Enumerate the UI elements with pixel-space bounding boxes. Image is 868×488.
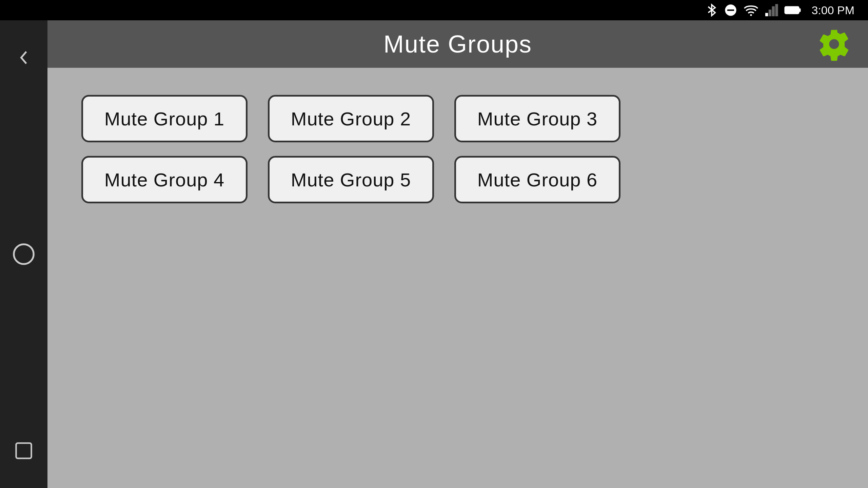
svg-point-2 <box>750 14 752 16</box>
recents-icon[interactable] <box>14 441 34 461</box>
top-bar: Mute Groups <box>47 20 868 68</box>
status-time: 3:00 PM <box>811 4 854 17</box>
mute-group-4-button[interactable]: Mute Group 4 <box>81 156 248 203</box>
svg-rect-5 <box>772 6 775 16</box>
back-icon[interactable] <box>14 47 34 68</box>
svg-rect-7 <box>785 7 799 14</box>
svg-rect-3 <box>765 13 768 16</box>
mute-group-3-button[interactable]: Mute Group 3 <box>454 95 620 142</box>
content-area: Mute Group 1 Mute Group 2 Mute Group 3 M… <box>47 68 868 488</box>
status-icons: 3:00 PM <box>706 3 854 18</box>
page-title: Mute Groups <box>383 30 532 58</box>
status-bar: 3:00 PM <box>0 0 868 20</box>
mute-group-5-button[interactable]: Mute Group 5 <box>268 156 434 203</box>
mute-group-1-button[interactable]: Mute Group 1 <box>81 95 248 142</box>
svg-rect-4 <box>769 9 771 16</box>
nav-bar <box>0 20 47 488</box>
main-area: Mute Groups Mute Group 1 Mute Group 2 Mu… <box>47 20 868 488</box>
mute-group-row-1: Mute Group 1 Mute Group 2 Mute Group 3 <box>81 95 620 142</box>
mute-group-2-button[interactable]: Mute Group 2 <box>268 95 434 142</box>
bluetooth-icon <box>706 3 718 18</box>
home-icon[interactable] <box>12 242 36 266</box>
dnd-icon <box>724 3 737 17</box>
wifi-icon <box>744 4 758 16</box>
svg-rect-10 <box>16 443 32 459</box>
mute-group-6-button[interactable]: Mute Group 6 <box>454 156 620 203</box>
settings-icon[interactable] <box>817 27 851 61</box>
mute-group-row-2: Mute Group 4 Mute Group 5 Mute Group 6 <box>81 156 620 203</box>
signal-icon <box>765 4 778 16</box>
battery-icon <box>784 5 802 15</box>
svg-rect-6 <box>775 4 778 16</box>
svg-point-9 <box>14 244 34 264</box>
svg-rect-8 <box>799 8 801 12</box>
